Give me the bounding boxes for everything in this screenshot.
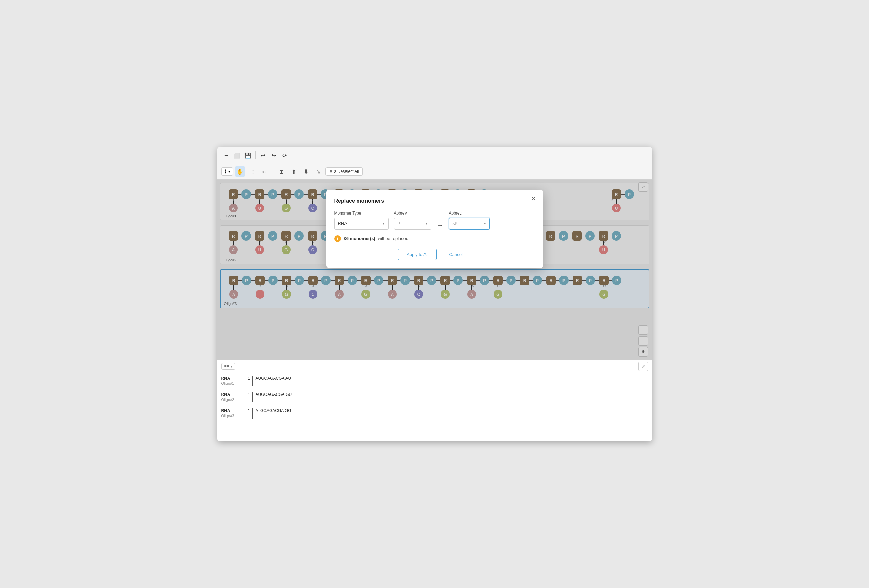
- undo-icon[interactable]: ↩: [258, 151, 268, 160]
- monomer-type-select[interactable]: RNA ▾: [334, 218, 389, 230]
- seq-row-1: RNA Oligo#1 1 AUGCAGACGA AU: [221, 376, 648, 386]
- abbrev-to-value: sP: [453, 221, 458, 226]
- abbrev-to-group: Abbrev. sP ▾: [449, 211, 489, 230]
- deselect-x: ✕: [329, 169, 333, 174]
- seq-row-3: RNA Oligo#3 1 ATGCAGACGA GG: [221, 408, 648, 419]
- seq1-data: AUGCAGACGA AU: [256, 376, 648, 381]
- info-count: 36 monomer(s): [344, 236, 375, 241]
- seq1-type: RNA: [221, 376, 240, 381]
- modal-title: Replace monomers: [334, 198, 535, 204]
- seq3-num: 1: [245, 408, 252, 413]
- monomer-type-chevron: ▾: [383, 221, 385, 226]
- sequence-rows: RNA Oligo#1 1 AUGCAGACGA AU RNA Oligo#2 …: [217, 373, 652, 441]
- deselect-label: X Deselect All: [334, 169, 359, 174]
- seq3-type: RNA: [221, 408, 240, 413]
- abbrev-from-select[interactable]: P ▾: [394, 218, 431, 230]
- abbrev-from-chevron: ▾: [426, 221, 427, 226]
- canvas-area: R P R: [217, 180, 652, 360]
- sep2: [273, 167, 273, 176]
- info-icon: i: [334, 235, 341, 242]
- monomer-type-value: RNA: [338, 221, 347, 226]
- canvas-icon[interactable]: ⬜: [232, 151, 242, 160]
- info-row: i 36 monomer(s) will be replaced.: [334, 235, 535, 242]
- abbrev-to-chevron: ▾: [484, 221, 486, 226]
- seq2-label: Oligo#2: [221, 397, 240, 401]
- sep1: [255, 151, 256, 159]
- seq-row-2: RNA Oligo#2 1 AUGCAGACGA GU: [221, 392, 648, 402]
- seq-toolbar: ≡≡ ▾ ⤢: [217, 360, 652, 373]
- fullscreen-seq-button[interactable]: ⤢: [638, 361, 648, 371]
- tools-toolbar: ⌇ ▾ ✋ ⬚ ⬦⬦ 🗑 ⬆ ⬇ ⤡ ✕ X Deselect All: [217, 164, 652, 180]
- move-down-tool[interactable]: ⬇: [301, 166, 311, 176]
- abbrev-to-label: Abbrev.: [449, 211, 489, 216]
- monomer-type-label: Monomer Type: [334, 211, 389, 216]
- seq2-bar: [252, 392, 253, 402]
- seq1-num: 1: [245, 376, 252, 381]
- hand-tool[interactable]: ✋: [235, 166, 245, 176]
- arrow-icon: →: [437, 221, 443, 230]
- abbrev-to-select[interactable]: sP ▾: [449, 218, 489, 230]
- app-container: ＋ ⬜ 💾 ↩ ↪ ⟳ ⌇ ▾ ✋ ⬚ ⬦⬦ 🗑 ⬆ ⬇ ⤡ ✕ X Desel…: [217, 147, 652, 441]
- seq3-data: ATGCAGACGA GG: [256, 408, 648, 413]
- select-tool[interactable]: ⬚: [247, 166, 257, 176]
- top-toolbar: ＋ ⬜ 💾 ↩ ↪ ⟳: [217, 147, 652, 164]
- modal-close-button[interactable]: ✕: [529, 194, 538, 203]
- abbrev-from-group: Abbrev. P ▾: [394, 211, 431, 230]
- move-up-tool[interactable]: ⬆: [289, 166, 299, 176]
- refresh-icon[interactable]: ⟳: [280, 151, 289, 160]
- modal-form: Monomer Type RNA ▾ Abbrev. P ▾: [334, 211, 535, 230]
- add-icon[interactable]: ＋: [221, 151, 231, 160]
- monomer-type-group: Monomer Type RNA ▾: [334, 211, 389, 230]
- seq1-label: Oligo#1: [221, 381, 240, 385]
- seq2-num: 1: [245, 392, 252, 397]
- apply-to-all-button[interactable]: Apply to All: [398, 249, 437, 260]
- seq1-bar: [252, 376, 253, 386]
- abbrev-from-value: P: [398, 221, 401, 226]
- seq2-type: RNA: [221, 392, 240, 397]
- save-icon[interactable]: 💾: [243, 151, 253, 160]
- mode-select[interactable]: ⌇ ▾: [221, 167, 233, 176]
- bond-tool[interactable]: ⬦⬦: [260, 166, 270, 176]
- modal-actions: Apply to All Cancel: [334, 249, 535, 260]
- file-tools: ＋ ⬜ 💾 ↩ ↪ ⟳: [221, 151, 289, 160]
- delete-tool[interactable]: 🗑: [277, 166, 287, 176]
- sequence-panel: ≡≡ ▾ ⤢ RNA Oligo#1 1 AUGCAGACGA AU: [217, 360, 652, 441]
- cancel-button[interactable]: Cancel: [441, 249, 471, 260]
- modal-overlay: Replace monomers ✕ Monomer Type RNA ▾ Ab…: [217, 180, 652, 360]
- replace-monomers-modal: Replace monomers ✕ Monomer Type RNA ▾ Ab…: [326, 190, 543, 268]
- seq3-label: Oligo#3: [221, 414, 240, 418]
- abbrev-from-label: Abbrev.: [394, 211, 431, 216]
- info-text: will be replaced.: [378, 236, 409, 241]
- redo-icon[interactable]: ↪: [269, 151, 279, 160]
- seq2-data: AUGCAGACGA GU: [256, 392, 648, 397]
- normalize-tool[interactable]: ⤡: [313, 166, 323, 176]
- seq3-bar: [252, 408, 253, 419]
- deselect-all-button[interactable]: ✕ X Deselect All: [325, 167, 363, 176]
- seq-format-select[interactable]: ≡≡ ▾: [221, 363, 235, 370]
